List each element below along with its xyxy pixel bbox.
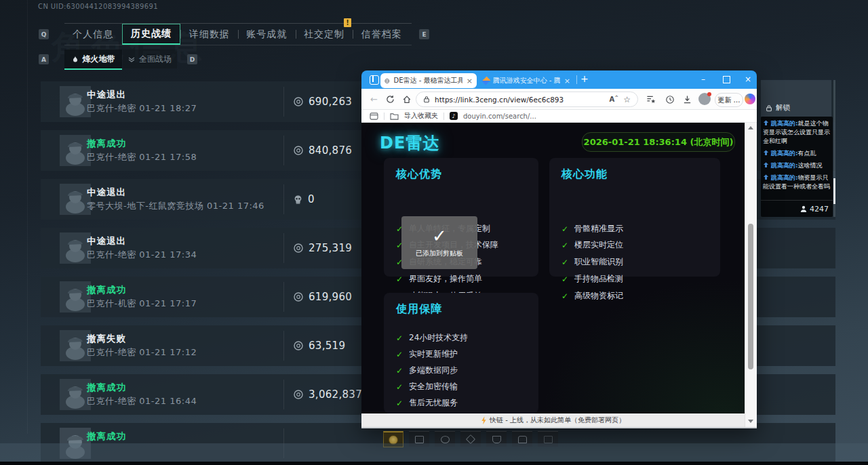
subtab-fire-zone[interactable]: 烽火地带 xyxy=(64,49,122,70)
douyin-bookmark-link[interactable]: douyin.com/search/... xyxy=(463,113,536,120)
check-icon: ✓ xyxy=(396,366,403,376)
douyin-favicon: ♪ xyxy=(450,112,458,120)
match-info: 巴克什-绝密 01-21 18:27 xyxy=(87,102,197,115)
check-icon: ✓ xyxy=(561,258,568,267)
update-button[interactable]: 更新… xyxy=(715,93,743,107)
home-icon[interactable] xyxy=(401,94,412,105)
slot-icon xyxy=(518,436,527,443)
tab-reputation[interactable]: 信誉档案 xyxy=(353,24,410,45)
browser-tab-active[interactable]: DE雷达 - 最稳雷达工具 实力开发 × xyxy=(380,73,477,88)
page-scrollbar-thumb[interactable] xyxy=(748,224,753,369)
rank-up-icon xyxy=(763,174,769,180)
webpage-content: DE雷达 2026-01-21 18:36:14 (北京时间) 核心优势 ✓单人… xyxy=(361,123,745,413)
favorite-star-icon[interactable]: ☆ xyxy=(623,95,631,104)
check-icon: ✓ xyxy=(561,224,568,234)
unlock-panel[interactable]: 解锁 xyxy=(761,80,831,117)
favorites-bar-icon[interactable] xyxy=(645,94,656,105)
card-title: 使用保障 xyxy=(396,302,442,317)
tab-preview-icon[interactable] xyxy=(370,113,378,120)
chat-scrollbar-thumb[interactable] xyxy=(833,178,835,204)
chat-message: 跳高高的:物资显示只能设置看一种或者全看吗 xyxy=(763,174,831,191)
window-bottom-edge xyxy=(361,427,757,428)
coin-value: 840,876 xyxy=(309,144,352,157)
coin-value: 3,062,837 xyxy=(309,388,362,401)
toast-message: 已添加到剪贴板 xyxy=(416,249,463,258)
rank-up-icon xyxy=(763,150,769,156)
history-icon[interactable] xyxy=(664,94,675,105)
site-brand: DE雷达 xyxy=(380,132,439,154)
card-core-features: 核心功能 ✓骨骼精准显示 ✓楼层实时定位 ✓职业智能识别 ✓手持物品检测 ✓高级… xyxy=(549,158,720,277)
chat-message: 跳高高的:有点乱 xyxy=(763,149,831,158)
beijing-timestamp: 2026-01-21 18:36:14 (北京时间) xyxy=(582,132,735,152)
match-status: 中途退出 xyxy=(87,186,126,199)
scroll-down-icon[interactable] xyxy=(748,420,753,423)
keyhint-e: E xyxy=(419,29,429,39)
minimize-button[interactable]: – xyxy=(693,70,713,88)
bottom-black-bar xyxy=(0,462,868,465)
clipboard-toast: ✓ 已添加到剪贴板 xyxy=(401,216,477,269)
card-title: 核心优势 xyxy=(396,167,442,182)
keyhint-d: D xyxy=(187,54,197,64)
coin-value: 690,263 xyxy=(309,96,352,108)
match-info: 巴克什-绝密 01-21 17:12 xyxy=(87,346,197,359)
bookmarks-bar: 导入收藏夹 ♪ douyin.com/search/... xyxy=(361,110,757,123)
match-status: 撤离成功 xyxy=(87,430,126,443)
tab-history-record[interactable]: 历史战绩 xyxy=(122,24,181,45)
rank-up-icon xyxy=(763,162,769,168)
maximize-button[interactable] xyxy=(716,70,736,88)
back-icon[interactable]: ← xyxy=(368,94,380,105)
screen: CN UID:63004412083994389691 角色信息 Q E 个人信… xyxy=(0,0,868,465)
match-status: 中途退出 xyxy=(87,235,126,247)
check-icon: ✓ xyxy=(396,399,403,408)
kill-count: 0 xyxy=(308,193,315,205)
url-bar[interactable]: https://link.3ceng.cn/view/6ec6c893 A^ ☆ xyxy=(416,92,638,107)
scroll-up-icon[interactable] xyxy=(748,126,753,129)
import-favorites-link[interactable]: 导入收藏夹 xyxy=(404,111,438,121)
slot-icon xyxy=(415,436,424,443)
decor-line xyxy=(27,0,28,434)
check-icon: ✓ xyxy=(561,241,568,250)
slot-icon xyxy=(492,436,501,443)
alert-badge-icon: ! xyxy=(344,18,351,27)
check-icon: ✓ xyxy=(396,333,403,343)
tab-personal-info[interactable]: 个人信息 xyxy=(64,24,122,45)
check-icon: ✓ xyxy=(561,275,568,284)
maximize-icon xyxy=(723,76,730,83)
match-info: 巴克什-绝密 01-21 17:58 xyxy=(87,151,197,163)
match-status: 撤离成功 xyxy=(87,382,126,394)
new-tab-button[interactable]: + xyxy=(580,73,589,84)
copilot-icon[interactable] xyxy=(745,94,755,104)
main-tabs: 个人信息 历史战绩 详细数据 账号成就 社交定制 信誉档案 xyxy=(64,24,410,45)
browser-tab-inactive[interactable]: 腾讯游戏安全中心 - 腾讯游戏 × xyxy=(479,73,574,88)
notification-dot xyxy=(707,92,711,96)
tab-divider xyxy=(576,75,577,84)
https-lock-icon xyxy=(423,96,430,103)
check-icon: ✓ xyxy=(396,382,403,392)
tab-close-icon[interactable]: × xyxy=(467,77,473,85)
coin-icon xyxy=(293,145,304,156)
coin-icon xyxy=(293,389,304,400)
profile-avatar[interactable] xyxy=(698,93,711,105)
browser-titlebar[interactable]: DE雷达 - 最稳雷达工具 实力开发 × 腾讯游戏安全中心 - 腾讯游戏 × +… xyxy=(361,70,757,89)
card-title: 核心功能 xyxy=(561,167,608,182)
downloads-icon[interactable] xyxy=(682,94,693,105)
player-uid: CN UID:63004412083994389691 xyxy=(38,3,158,10)
tab-workspaces-icon[interactable] xyxy=(370,75,379,85)
tab-title: 腾讯游戏安全中心 - 腾讯游戏 xyxy=(493,76,560,85)
match-status: 撤离失败 xyxy=(87,333,126,345)
flame-icon xyxy=(72,56,79,62)
bottom-strip xyxy=(0,443,868,462)
tab-close-icon[interactable]: × xyxy=(564,77,570,85)
tab-title: DE雷达 - 最稳雷达工具 实力开发 xyxy=(394,76,462,85)
person-icon xyxy=(800,205,807,213)
check-icon: ✓ xyxy=(561,291,568,301)
refresh-icon[interactable] xyxy=(384,94,396,105)
import-folder-icon xyxy=(390,113,399,120)
close-button[interactable]: × xyxy=(739,70,757,88)
read-aloud-icon[interactable]: A^ xyxy=(610,95,619,103)
tab-detail-data[interactable]: 详细数据 xyxy=(180,24,238,45)
subtab-full-battle[interactable]: 全面战场 xyxy=(123,49,177,68)
hosting-banner[interactable]: 快链 - 上线，从未如此简单（免费部署网页） xyxy=(361,413,745,427)
tab-achievements[interactable]: 账号成就 xyxy=(238,24,296,45)
url-text[interactable]: https://link.3ceng.cn/view/6ec6c893 xyxy=(435,96,605,104)
